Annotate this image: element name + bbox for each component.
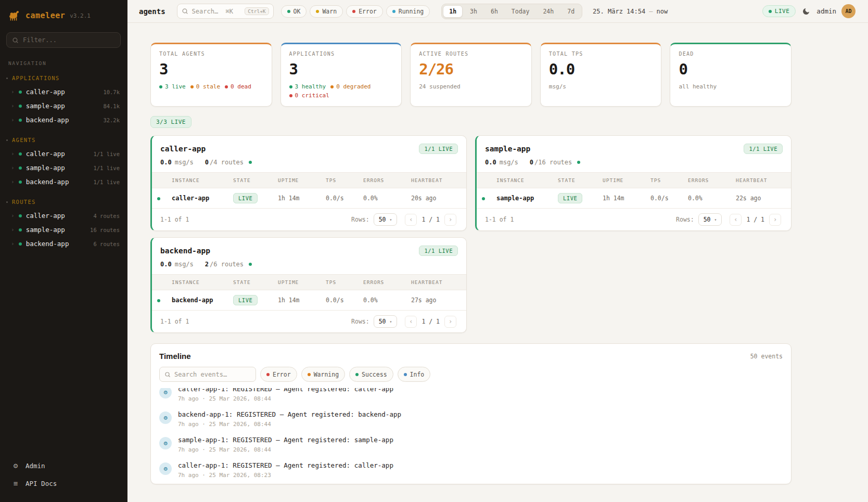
sidebar-item-applications-caller-app[interactable]: › caller-app 10.7k <box>0 85 127 99</box>
event-item[interactable]: ⚙ sample-app-1: REGISTERED — Agent regis… <box>159 432 783 457</box>
event-item[interactable]: ⚙ backend-app-1: REGISTERED — Agent regi… <box>159 406 783 432</box>
rows-label: Rows: <box>351 318 369 325</box>
sidebar-footer: ⚙ Admin ≡ API Docs <box>0 452 127 502</box>
rows-per-page-select[interactable]: 50 ▾ <box>698 213 722 226</box>
range-button-1h[interactable]: 1h <box>443 5 463 18</box>
sidebar-item-routes-backend-app[interactable]: › backend-app 6 routes <box>0 237 127 251</box>
timeline-chip-success[interactable]: Success <box>349 367 393 382</box>
sidebar-filter-input[interactable] <box>23 36 115 44</box>
sidebar-item-applications-backend-app[interactable]: › backend-app 32.2k <box>0 113 127 127</box>
col-errors: ERRORS <box>358 173 406 188</box>
rows-per-page-select[interactable]: 50 ▾ <box>374 315 398 328</box>
table-row[interactable]: sample-app LIVE 1h 14m 0.0/s 0.0% 22s ag… <box>477 188 791 209</box>
item-badge: 32.2k <box>103 117 120 123</box>
warn-dot <box>316 10 319 13</box>
range-button-3h[interactable]: 3h <box>464 5 483 18</box>
prev-page-button[interactable]: ‹ <box>405 316 417 328</box>
global-search-input[interactable] <box>192 8 240 15</box>
chip-label: Warning <box>314 371 339 378</box>
cell-instance: caller-app <box>167 188 228 209</box>
sidebar-item-routes-caller-app[interactable]: › caller-app 4 routes <box>0 209 127 223</box>
range-button-today[interactable]: Today <box>505 5 536 18</box>
rows-label: Rows: <box>351 216 369 223</box>
filter-chip-error[interactable]: Error <box>346 5 383 18</box>
timeline-chip-info[interactable]: Info <box>398 367 431 382</box>
sidebar-filter[interactable] <box>6 32 121 48</box>
filter-chip-running[interactable]: Running <box>386 5 430 18</box>
table-row[interactable]: backend-app LIVE 1h 14m 0.0/s 0.0% 27s a… <box>152 290 466 311</box>
status-dot <box>19 181 22 184</box>
card-label: TOTAL TPS <box>549 51 653 57</box>
global-search[interactable]: Ctrl+K <box>177 4 274 19</box>
stale-dot <box>190 85 194 88</box>
content-scroll-area[interactable]: TOTAL AGENTS 3 3 live 0 stale 0 dead APP… <box>127 23 868 502</box>
stat-critical: 0 critical <box>295 92 329 99</box>
section-header-applications[interactable]: APPLICATIONS <box>0 71 127 85</box>
chip-label: Success <box>362 371 387 378</box>
instance-status-dot <box>157 299 160 302</box>
prev-page-button[interactable]: ‹ <box>405 214 417 226</box>
timeline-toolbar: Error Warning Success Info <box>151 367 791 388</box>
app-name[interactable]: caller-app <box>160 145 206 153</box>
event-meta: 7h ago · 25 Mar 2026, 08:23 <box>178 472 393 479</box>
timeline-chip-error[interactable]: Error <box>260 367 297 382</box>
app-stats: 0.0 msg/s 0/4 routes <box>152 159 466 172</box>
event-item[interactable]: ⚙ caller-app-1: REGISTERED — Agent regis… <box>159 457 783 483</box>
sidebar-item-agents-backend-app[interactable]: › backend-app 1/1 live <box>0 175 127 189</box>
sidebar-item-agents-sample-app[interactable]: › sample-app 1/1 live <box>0 161 127 175</box>
dark-mode-toggle[interactable] <box>802 7 810 16</box>
status-dot <box>19 228 22 231</box>
collapse-dot-icon <box>6 139 8 141</box>
item-label: backend-app <box>26 178 69 186</box>
prev-page-button[interactable]: ‹ <box>730 214 742 226</box>
card-value: 3 <box>159 60 263 78</box>
event-title: backend-app-1: REGISTERED — Agent regist… <box>178 410 401 418</box>
page-indicator: 1 / 1 <box>422 216 440 223</box>
range-button-6h[interactable]: 6h <box>484 5 504 18</box>
next-page-button[interactable]: › <box>444 214 456 226</box>
chevron-right-icon: › <box>11 117 15 123</box>
filter-chip-warn[interactable]: Warn <box>310 5 343 18</box>
live-dot <box>159 85 162 88</box>
table-row[interactable]: caller-app LIVE 1h 14m 0.0/s 0.0% 20s ag… <box>152 188 466 209</box>
sidebar-item-admin[interactable]: ⚙ Admin <box>6 457 121 474</box>
sidebar-item-api-docs[interactable]: ≡ API Docs <box>6 475 121 492</box>
rows-label: Rows: <box>676 216 694 223</box>
search-icon <box>182 8 188 15</box>
section-header-agents[interactable]: AGENTS <box>0 133 127 147</box>
sidebar-item-routes-sample-app[interactable]: › sample-app 16 routes <box>0 223 127 237</box>
range-end: now <box>656 8 668 15</box>
table-footer: 1-1 of 1 Rows: 50 ▾ ‹ 1 / 1 › <box>477 208 791 230</box>
tps-value: 0.0 <box>485 159 496 166</box>
instances-table: INSTANCE STATE UPTIME TPS ERRORS HEARTBE… <box>152 274 466 310</box>
sidebar-item-applications-sample-app[interactable]: › sample-app 84.1k <box>0 99 127 113</box>
brand-version: v3.2.1 <box>70 12 91 19</box>
sidebar-item-agents-caller-app[interactable]: › caller-app 1/1 live <box>0 147 127 161</box>
range-button-7d[interactable]: 7d <box>561 5 581 18</box>
app-name[interactable]: sample-app <box>485 145 530 153</box>
section-header-routes[interactable]: ROUTES <box>0 195 127 209</box>
range-separator: — <box>649 8 653 15</box>
chevron-down-icon: ▾ <box>714 217 717 222</box>
app-name[interactable]: backend-app <box>160 247 210 255</box>
avatar[interactable]: AD <box>841 4 856 18</box>
timeline-card: Timeline 50 events Error <box>150 343 792 484</box>
search-icon <box>12 37 19 44</box>
events-search-input[interactable] <box>174 371 242 378</box>
filter-chip-ok[interactable]: OK <box>281 5 307 18</box>
range-button-24h[interactable]: 24h <box>537 5 560 18</box>
events-list[interactable]: ⚙ caller-app-1: REGISTERED — Agent regis… <box>151 388 791 484</box>
next-page-button[interactable]: › <box>769 214 781 226</box>
stat-healthy: 3 healthy <box>295 83 326 90</box>
next-page-button[interactable]: › <box>444 316 456 328</box>
sidebar: cameleer v3.2.1 NAVIGATION APPLICATIONS … <box>0 0 127 502</box>
app-live-badge: 1/1 LIVE <box>419 246 458 256</box>
col-instance: INSTANCE <box>491 173 553 188</box>
timeline-chip-warning[interactable]: Warning <box>301 367 345 382</box>
events-search[interactable] <box>159 367 256 382</box>
tps-unit: msg/s <box>175 261 194 268</box>
healthy-dot <box>289 85 292 88</box>
event-item[interactable]: ⚙ caller-app-1: REGISTERED — Agent regis… <box>159 388 783 406</box>
card-value: 3 <box>289 60 393 78</box>
rows-per-page-select[interactable]: 50 ▾ <box>374 213 398 226</box>
